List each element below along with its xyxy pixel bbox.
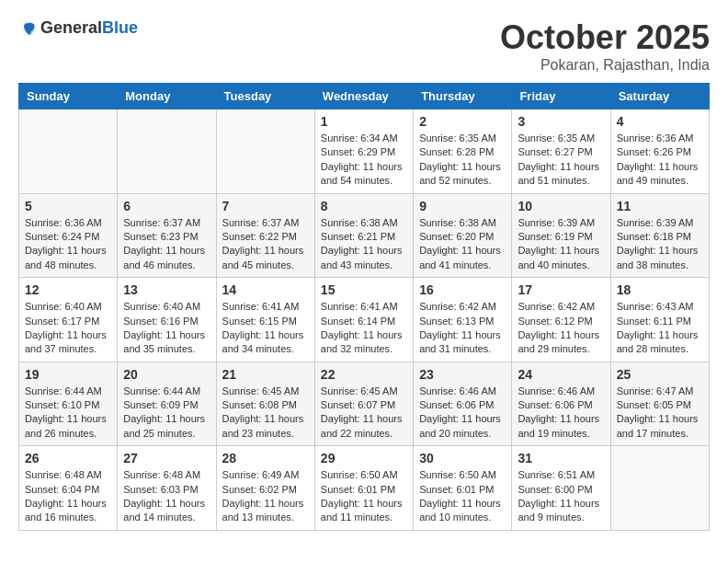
calendar-cell: 18Sunrise: 6:43 AM Sunset: 6:11 PM Dayli… <box>610 278 709 362</box>
calendar-cell: 6Sunrise: 6:37 AM Sunset: 6:23 PM Daylig… <box>118 193 216 278</box>
day-number: 17 <box>518 282 604 297</box>
day-info: Sunrise: 6:38 AM Sunset: 6:21 PM Dayligh… <box>321 216 407 273</box>
day-number: 16 <box>419 282 506 297</box>
logo-blue-text: Blue <box>102 18 138 37</box>
calendar-cell: 2Sunrise: 6:35 AM Sunset: 6:28 PM Daylig… <box>414 109 512 194</box>
day-info: Sunrise: 6:49 AM Sunset: 6:02 PM Dayligh… <box>222 468 309 525</box>
calendar-cell: 26Sunrise: 6:48 AM Sunset: 6:04 PM Dayli… <box>19 446 118 531</box>
logo: GeneralBlue <box>18 18 138 38</box>
logo-general-text: General <box>40 18 102 37</box>
calendar-cell: 20Sunrise: 6:44 AM Sunset: 6:09 PM Dayli… <box>118 362 216 446</box>
day-header-friday: Friday <box>512 84 610 109</box>
week-row-4: 19Sunrise: 6:44 AM Sunset: 6:10 PM Dayli… <box>19 362 710 446</box>
calendar-cell <box>118 109 216 194</box>
logo-icon <box>18 19 37 38</box>
calendar-cell: 23Sunrise: 6:46 AM Sunset: 6:06 PM Dayli… <box>414 362 512 446</box>
day-number: 31 <box>518 451 604 465</box>
day-number: 6 <box>123 199 210 213</box>
location-title: Pokaran, Rajasthan, India <box>500 57 710 74</box>
day-number: 5 <box>25 199 111 213</box>
day-header-tuesday: Tuesday <box>216 84 314 109</box>
day-number: 18 <box>617 282 703 297</box>
day-number: 25 <box>617 367 703 382</box>
calendar-cell: 7Sunrise: 6:37 AM Sunset: 6:22 PM Daylig… <box>216 193 314 278</box>
calendar-cell: 5Sunrise: 6:36 AM Sunset: 6:24 PM Daylig… <box>19 193 118 278</box>
day-number: 15 <box>321 282 407 297</box>
day-info: Sunrise: 6:46 AM Sunset: 6:06 PM Dayligh… <box>419 385 506 442</box>
day-info: Sunrise: 6:39 AM Sunset: 6:19 PM Dayligh… <box>518 216 604 273</box>
calendar-cell: 11Sunrise: 6:39 AM Sunset: 6:18 PM Dayli… <box>610 193 709 278</box>
calendar-cell: 24Sunrise: 6:46 AM Sunset: 6:06 PM Dayli… <box>512 362 610 446</box>
day-number: 20 <box>123 367 210 382</box>
calendar-cell: 12Sunrise: 6:40 AM Sunset: 6:17 PM Dayli… <box>19 278 118 362</box>
day-header-thursday: Thursday <box>414 84 512 109</box>
day-number: 3 <box>518 114 604 129</box>
day-info: Sunrise: 6:45 AM Sunset: 6:07 PM Dayligh… <box>321 385 407 442</box>
day-number: 14 <box>222 282 309 297</box>
calendar-cell: 30Sunrise: 6:50 AM Sunset: 6:01 PM Dayli… <box>414 446 512 531</box>
calendar-cell: 21Sunrise: 6:45 AM Sunset: 6:08 PM Dayli… <box>216 362 314 446</box>
calendar-cell: 16Sunrise: 6:42 AM Sunset: 6:13 PM Dayli… <box>414 278 512 362</box>
day-number: 10 <box>518 199 604 213</box>
calendar-cell <box>216 109 314 194</box>
calendar-cell: 8Sunrise: 6:38 AM Sunset: 6:21 PM Daylig… <box>314 193 413 278</box>
calendar-cell: 29Sunrise: 6:50 AM Sunset: 6:01 PM Dayli… <box>314 446 413 531</box>
calendar-cell: 17Sunrise: 6:42 AM Sunset: 6:12 PM Dayli… <box>512 278 610 362</box>
day-number: 21 <box>222 367 309 382</box>
day-info: Sunrise: 6:50 AM Sunset: 6:01 PM Dayligh… <box>419 468 506 525</box>
day-number: 22 <box>321 367 407 382</box>
day-info: Sunrise: 6:48 AM Sunset: 6:03 PM Dayligh… <box>123 468 210 525</box>
day-number: 2 <box>419 114 506 129</box>
calendar-cell: 3Sunrise: 6:35 AM Sunset: 6:27 PM Daylig… <box>512 109 610 194</box>
week-row-2: 5Sunrise: 6:36 AM Sunset: 6:24 PM Daylig… <box>19 193 710 278</box>
calendar-cell: 28Sunrise: 6:49 AM Sunset: 6:02 PM Dayli… <box>216 446 314 531</box>
calendar-header-row: SundayMondayTuesdayWednesdayThursdayFrid… <box>19 84 710 109</box>
calendar-cell <box>610 446 709 531</box>
calendar-cell: 31Sunrise: 6:51 AM Sunset: 6:00 PM Dayli… <box>512 446 610 531</box>
day-info: Sunrise: 6:44 AM Sunset: 6:10 PM Dayligh… <box>25 385 111 442</box>
calendar-cell: 4Sunrise: 6:36 AM Sunset: 6:26 PM Daylig… <box>610 109 709 194</box>
day-info: Sunrise: 6:50 AM Sunset: 6:01 PM Dayligh… <box>321 468 407 525</box>
day-info: Sunrise: 6:40 AM Sunset: 6:17 PM Dayligh… <box>25 300 111 357</box>
week-row-5: 26Sunrise: 6:48 AM Sunset: 6:04 PM Dayli… <box>19 446 710 531</box>
day-info: Sunrise: 6:39 AM Sunset: 6:18 PM Dayligh… <box>617 216 703 273</box>
day-number: 30 <box>419 451 506 465</box>
day-number: 24 <box>518 367 604 382</box>
calendar-cell: 22Sunrise: 6:45 AM Sunset: 6:07 PM Dayli… <box>314 362 413 446</box>
title-area: October 2025 Pokaran, Rajasthan, India <box>500 18 710 74</box>
day-info: Sunrise: 6:44 AM Sunset: 6:09 PM Dayligh… <box>123 385 210 442</box>
header: GeneralBlue October 2025 Pokaran, Rajast… <box>18 18 710 74</box>
calendar-cell: 9Sunrise: 6:38 AM Sunset: 6:20 PM Daylig… <box>414 193 512 278</box>
calendar-cell <box>19 109 118 194</box>
day-info: Sunrise: 6:40 AM Sunset: 6:16 PM Dayligh… <box>123 300 210 357</box>
day-info: Sunrise: 6:43 AM Sunset: 6:11 PM Dayligh… <box>617 300 703 357</box>
calendar-cell: 14Sunrise: 6:41 AM Sunset: 6:15 PM Dayli… <box>216 278 314 362</box>
day-number: 12 <box>25 282 111 297</box>
calendar-cell: 19Sunrise: 6:44 AM Sunset: 6:10 PM Dayli… <box>19 362 118 446</box>
day-info: Sunrise: 6:51 AM Sunset: 6:00 PM Dayligh… <box>518 468 604 525</box>
day-info: Sunrise: 6:34 AM Sunset: 6:29 PM Dayligh… <box>321 132 407 189</box>
day-header-saturday: Saturday <box>610 84 709 109</box>
calendar-cell: 10Sunrise: 6:39 AM Sunset: 6:19 PM Dayli… <box>512 193 610 278</box>
day-number: 28 <box>222 451 309 465</box>
calendar-cell: 27Sunrise: 6:48 AM Sunset: 6:03 PM Dayli… <box>118 446 216 531</box>
day-number: 19 <box>25 367 111 382</box>
day-number: 29 <box>321 451 407 465</box>
day-info: Sunrise: 6:38 AM Sunset: 6:20 PM Dayligh… <box>419 216 506 273</box>
day-number: 7 <box>222 199 309 213</box>
calendar-cell: 1Sunrise: 6:34 AM Sunset: 6:29 PM Daylig… <box>314 109 413 194</box>
day-info: Sunrise: 6:46 AM Sunset: 6:06 PM Dayligh… <box>518 385 604 442</box>
day-number: 13 <box>123 282 210 297</box>
week-row-3: 12Sunrise: 6:40 AM Sunset: 6:17 PM Dayli… <box>19 278 710 362</box>
day-header-wednesday: Wednesday <box>314 84 413 109</box>
day-info: Sunrise: 6:41 AM Sunset: 6:15 PM Dayligh… <box>222 300 309 357</box>
day-info: Sunrise: 6:47 AM Sunset: 6:05 PM Dayligh… <box>617 385 703 442</box>
day-info: Sunrise: 6:36 AM Sunset: 6:26 PM Dayligh… <box>617 132 703 189</box>
calendar-table: SundayMondayTuesdayWednesdayThursdayFrid… <box>18 83 710 531</box>
calendar-cell: 13Sunrise: 6:40 AM Sunset: 6:16 PM Dayli… <box>118 278 216 362</box>
day-header-sunday: Sunday <box>19 84 118 109</box>
day-number: 26 <box>25 451 111 465</box>
day-number: 11 <box>617 199 703 213</box>
day-number: 4 <box>617 114 703 129</box>
day-info: Sunrise: 6:35 AM Sunset: 6:27 PM Dayligh… <box>518 132 604 189</box>
